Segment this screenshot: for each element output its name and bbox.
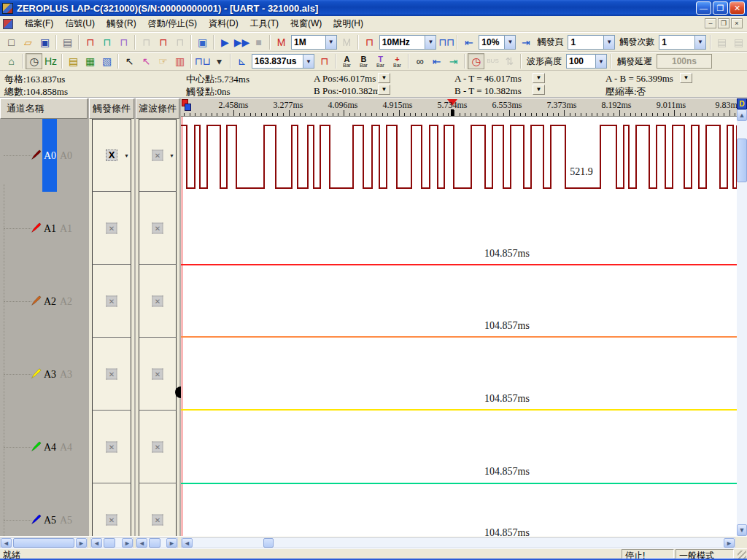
mdi-close-button[interactable]: × [731,18,743,28]
listing-window-button[interactable]: ▦ [82,53,98,69]
channel-row-a5[interactable]: A5A5 [0,483,88,536]
sample-depth-combo[interactable]: 1M▼ [291,35,337,50]
memory-page-button[interactable]: M [338,34,355,50]
wave-mode-button[interactable]: ⊓⊔ [194,53,211,69]
trigger-condition-value[interactable]: X [106,149,117,161]
wave-mode-dropdown[interactable]: ▾ [211,53,228,69]
trigger-mark-button[interactable]: ⊓ [171,34,188,50]
compression-button[interactable]: ▣ [194,34,211,50]
scroll-left-icon[interactable]: ◄ [136,538,147,548]
zoom-combo[interactable]: 10%▼ [479,35,516,50]
goto-trigger-right-button[interactable]: ⇥ [517,34,534,50]
find-button[interactable]: ∞ [411,53,428,69]
filter-dropdown-icon[interactable]: ▼ [169,153,174,158]
b-t-dropdown[interactable]: ▼ [533,85,545,95]
mdi-restore-button[interactable]: ❐ [718,18,729,28]
goto-pulse-button[interactable]: ⊓ [316,53,333,69]
a-b-dropdown[interactable]: ▼ [680,73,692,83]
maximize-button[interactable]: ❐ [713,1,728,15]
save-file-button[interactable]: ▣ [36,34,53,50]
scroll-right-icon[interactable]: ► [76,538,87,548]
channel-row-a0[interactable]: A0A0 [0,119,88,192]
repeat-run-button[interactable]: ▶▶ [233,34,250,50]
waveform-hscrollbar[interactable]: ◄ ► [181,537,735,548]
a-pos-dropdown[interactable]: ▼ [378,73,390,83]
waveform-canvas[interactable]: 521.9104.857ms104.857ms104.857ms104.857m… [181,117,737,536]
frequency-view-button[interactable]: Hz [42,53,59,69]
clock-view-button[interactable]: ◷ [26,53,42,69]
channel-name-label[interactable]: A4 [43,442,57,454]
menu-item-2[interactable]: 觸發(R) [101,15,142,32]
new-file-button[interactable]: □ [3,34,20,50]
channel-pen-icon[interactable] [31,514,42,525]
hscroll-thumb[interactable] [149,538,160,548]
channel-pen-icon[interactable] [31,222,42,233]
channel-row-a4[interactable]: A4A4 [0,411,88,483]
trigger-dontcare-icon[interactable]: ✕ [107,368,117,379]
memory-depth-icon[interactable]: M [273,34,290,50]
hscroll-thumb[interactable] [104,538,115,548]
navigator-window-button[interactable]: ▧ [98,53,115,69]
sample-freq-combo[interactable]: 10MHz▼ [379,35,437,50]
menu-item-1[interactable]: 信號(U) [59,15,101,32]
b-pos-dropdown[interactable]: ▼ [378,85,390,95]
menu-item-5[interactable]: 工具(T) [244,15,285,32]
trigger-cell-a4[interactable]: ✕ [92,411,131,483]
stop-button[interactable]: ■ [250,34,267,50]
scroll-right-icon[interactable]: ► [122,538,133,548]
normal-cursor-button[interactable]: ↖ [121,53,138,69]
trigger-dontcare-icon[interactable]: ✕ [107,514,117,525]
menu-item-6[interactable]: 視窗(W) [285,15,328,32]
time-div-combo[interactable]: 163.837us▼ [252,54,314,69]
hand-cursor-button[interactable]: ☞ [155,53,171,69]
t-bar-button[interactable]: TBar [372,53,389,69]
close-button[interactable]: ✕ [729,1,745,15]
channel-name-label[interactable]: A2 [43,296,57,308]
trigger-cell-a2[interactable]: ✕ [92,265,131,338]
vertical-scrollbar[interactable]: D ▲ ▼ [737,98,747,536]
filter-cell-a2[interactable]: ✕ [139,265,177,338]
hscroll-thumb[interactable] [13,538,74,548]
filter-cell-a5[interactable]: ✕ [139,483,177,536]
select-cursor-button[interactable]: ↖ [138,53,155,69]
channel-row-a1[interactable]: A1A1 [0,192,88,265]
time-ruler[interactable]: 2.458ms3.277ms4.096ms4.915ms5.734ms6.553… [181,98,737,117]
menu-item-3[interactable]: 啓動/停止(S) [142,15,203,32]
waveform-window-button[interactable]: ▤ [65,53,82,69]
filter-dontcare-icon[interactable]: ✕ [152,514,163,525]
filter-dontcare-icon[interactable]: ✕ [152,295,163,306]
channel-row-a2[interactable]: A2A2 [0,265,88,338]
run-button[interactable]: ▶ [217,34,233,50]
zoom-wave-icon[interactable]: ⊾ [233,53,250,69]
trigger-dontcare-icon[interactable]: ✕ [107,295,117,306]
sync-button[interactable]: ⇅ [501,53,518,69]
trigger-cell-a0[interactable]: X▼ [92,119,131,192]
scroll-left-icon[interactable]: ◄ [1,538,12,548]
filter-dontcare-icon[interactable]: ✕ [152,222,163,233]
channel-name-label[interactable]: A0 [43,150,57,162]
stack-window-button[interactable]: ▤ [713,34,730,50]
filter-cell-a1[interactable]: ✕ [139,192,177,265]
channel-pen-icon[interactable] [31,368,42,379]
channel-color-button[interactable]: ⊓ [98,34,115,50]
trigger-cell-a5[interactable]: ✕ [92,483,131,536]
filter-hscrollbar[interactable]: ◄ ► [136,537,178,548]
sampling-e-button[interactable]: ⊓ [115,34,132,50]
channel-pen-icon[interactable] [31,441,42,452]
menu-item-0[interactable]: 檔案(F) [19,15,59,32]
scroll-up-button[interactable]: ▲ [737,109,747,121]
b-bar-flag[interactable] [185,104,191,111]
filter-cell-a0[interactable]: ✕▼ [139,119,177,192]
a-bar-button[interactable]: ABar [338,53,355,69]
scroll-left-icon[interactable]: ◄ [182,538,193,548]
sample-freq-icon[interactable]: ⊓ [361,34,378,50]
trigger-dontcare-icon[interactable]: ✕ [107,441,117,452]
scroll-right-icon[interactable]: ► [166,538,177,548]
vertical-scroll-thumb[interactable] [737,139,747,182]
scroll-right-icon[interactable]: ► [724,538,735,548]
trigger-property-button[interactable]: ⊓ [155,34,171,50]
channel-pen-icon[interactable] [31,295,42,306]
scroll-down-button[interactable]: ▼ [737,524,747,536]
menu-item-4[interactable]: 資料(D) [203,15,244,32]
menu-item-7[interactable]: 說明(H) [328,15,369,32]
